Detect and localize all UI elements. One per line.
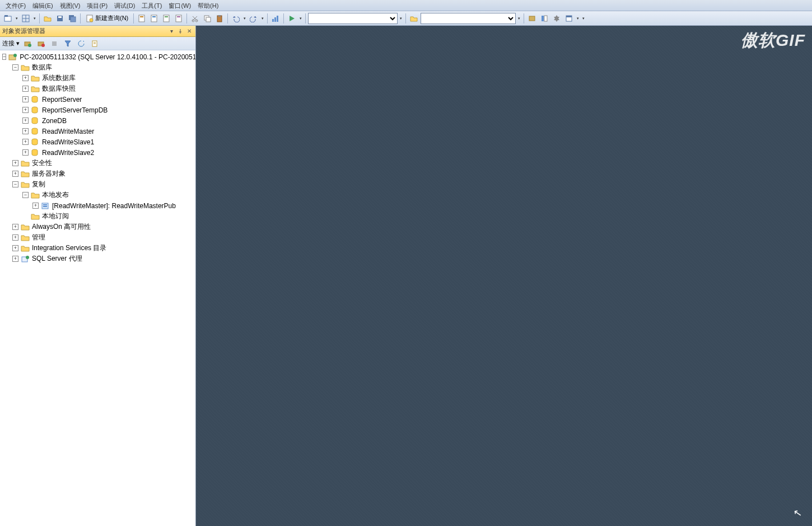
toolbar-overflow-icon[interactable]: ▾ bbox=[581, 16, 586, 21]
registered-servers-button[interactable] bbox=[526, 13, 538, 24]
copy-button[interactable] bbox=[202, 13, 213, 24]
dmx-query-button[interactable] bbox=[161, 13, 172, 24]
refresh-button[interactable] bbox=[76, 38, 87, 49]
agent-icon bbox=[21, 255, 30, 263]
tree-db-zonedb[interactable]: + ZoneDB bbox=[0, 115, 195, 126]
folder-icon bbox=[31, 74, 40, 82]
tree-database-snapshots[interactable]: + 数据库快照 bbox=[0, 83, 195, 94]
expand-icon[interactable]: + bbox=[12, 160, 18, 166]
save-button[interactable] bbox=[54, 13, 66, 24]
properties-button[interactable] bbox=[551, 13, 562, 24]
tree-db-reportservertemp[interactable]: + ReportServerTempDB bbox=[0, 105, 195, 115]
expand-icon[interactable]: + bbox=[12, 234, 18, 241]
separator bbox=[305, 13, 306, 24]
connect-dropdown[interactable]: 连接 ▾ bbox=[2, 39, 20, 48]
main-toolbar: ▾ ▾ 新建查询(N) ▾ ▾ ▾ ▾ ▾ ▾ ▾ bbox=[0, 11, 812, 26]
collapse-icon[interactable]: − bbox=[22, 192, 29, 198]
expand-icon[interactable]: + bbox=[12, 256, 18, 262]
chevron-down-icon[interactable]: ▾ bbox=[576, 16, 580, 21]
pin-icon[interactable] bbox=[176, 27, 184, 35]
solution-config-combo[interactable] bbox=[308, 13, 398, 24]
menu-file[interactable]: 文件(F) bbox=[2, 1, 29, 11]
tree-databases[interactable]: − 数据库 bbox=[0, 62, 195, 73]
new-query-button[interactable]: 新建查询(N) bbox=[83, 13, 131, 24]
tree-root[interactable]: − PC-202005111332 (SQL Server 12.0.4100.… bbox=[0, 51, 195, 62]
tree-integration[interactable]: + Integration Services 目录 bbox=[0, 243, 195, 253]
menu-tools[interactable]: 工具(T) bbox=[138, 1, 165, 11]
object-explorer-panel: 对象资源管理器 ▾ ✕ 连接 ▾ − PC-202005111332 (SQL … bbox=[0, 26, 196, 526]
svg-rect-17 bbox=[176, 15, 181, 22]
undo-button[interactable] bbox=[230, 13, 241, 24]
redo-button[interactable] bbox=[248, 13, 259, 24]
stop-button[interactable] bbox=[49, 38, 60, 49]
expand-icon[interactable]: + bbox=[22, 107, 29, 113]
expand-icon[interactable]: + bbox=[22, 139, 29, 145]
collapse-icon[interactable]: − bbox=[12, 64, 18, 71]
tree-db-readwriteslave1[interactable]: + ReadWriteSlave1 bbox=[0, 137, 195, 147]
chevron-down-icon[interactable]: ▾ bbox=[260, 16, 265, 21]
tree-db-reportserver[interactable]: + ReportServer bbox=[0, 94, 195, 105]
grid-button[interactable] bbox=[20, 13, 31, 24]
tree-server-objects[interactable]: + 服务器对象 bbox=[0, 168, 195, 179]
tree-db-readwriteslave2[interactable]: + ReadWriteSlave2 bbox=[0, 147, 195, 158]
expand-icon[interactable]: + bbox=[22, 118, 29, 124]
window-position-icon[interactable]: ▾ bbox=[167, 27, 175, 35]
expand-icon[interactable]: + bbox=[12, 171, 18, 177]
tree-local-publications[interactable]: − 本地发布 bbox=[0, 190, 195, 200]
tree-management[interactable]: + 管理 bbox=[0, 232, 195, 243]
menu-edit[interactable]: 编辑(E) bbox=[29, 1, 57, 11]
debug-start-button[interactable] bbox=[286, 13, 297, 24]
expand-icon[interactable]: + bbox=[22, 128, 29, 134]
template-browser-button[interactable] bbox=[563, 13, 575, 24]
disconnect-button[interactable] bbox=[35, 38, 46, 49]
connect-button[interactable] bbox=[22, 38, 33, 49]
paste-button[interactable] bbox=[214, 13, 225, 24]
folder-icon bbox=[31, 191, 40, 199]
expand-icon[interactable]: + bbox=[22, 96, 29, 102]
object-explorer-button[interactable] bbox=[539, 13, 550, 24]
menu-view[interactable]: 视图(V) bbox=[57, 1, 84, 11]
find-combo[interactable] bbox=[421, 13, 516, 24]
separator bbox=[186, 13, 187, 24]
tree-db-readwritemaster[interactable]: + ReadWriteMaster bbox=[0, 126, 195, 137]
expand-icon[interactable]: + bbox=[22, 75, 29, 81]
expand-icon[interactable]: + bbox=[12, 224, 18, 230]
tree-security[interactable]: + 安全性 bbox=[0, 158, 195, 168]
separator bbox=[267, 13, 268, 24]
tree-replication[interactable]: − 复制 bbox=[0, 179, 195, 190]
xmla-query-button[interactable] bbox=[173, 13, 184, 24]
folder-icon bbox=[21, 159, 30, 167]
menu-debug[interactable]: 调试(D) bbox=[111, 1, 138, 11]
filter-button[interactable] bbox=[62, 38, 73, 49]
menu-window[interactable]: 窗口(W) bbox=[165, 1, 194, 11]
db-engine-query-button[interactable] bbox=[136, 13, 147, 24]
tree-alwayson[interactable]: + AlwaysOn 高可用性 bbox=[0, 222, 195, 232]
expand-icon[interactable]: + bbox=[22, 86, 29, 92]
open-button[interactable] bbox=[42, 13, 53, 24]
chevron-down-icon[interactable]: ▾ bbox=[32, 16, 37, 21]
tree-system-databases[interactable]: + 系统数据库 bbox=[0, 73, 195, 83]
separator bbox=[524, 13, 524, 24]
menu-help[interactable]: 帮助(H) bbox=[194, 1, 222, 11]
save-all-button[interactable] bbox=[67, 13, 78, 24]
expand-icon[interactable]: + bbox=[32, 203, 39, 209]
new-project-button[interactable] bbox=[2, 13, 13, 24]
chevron-down-icon[interactable]: ▾ bbox=[15, 16, 19, 21]
as-query-button[interactable] bbox=[148, 13, 160, 24]
collapse-icon[interactable]: − bbox=[2, 54, 6, 60]
chevron-down-icon[interactable]: ▾ bbox=[242, 16, 247, 21]
close-icon[interactable]: ✕ bbox=[185, 27, 193, 35]
expand-icon[interactable]: + bbox=[22, 149, 29, 156]
menu-project[interactable]: 项目(P) bbox=[83, 1, 111, 11]
activity-button[interactable] bbox=[270, 13, 281, 24]
cut-button[interactable] bbox=[189, 13, 200, 24]
tree-sql-server-agent[interactable]: + SQL Server 代理 bbox=[0, 253, 195, 264]
main-area: 对象资源管理器 ▾ ✕ 连接 ▾ − PC-202005111332 (SQL … bbox=[0, 26, 812, 526]
tree-local-subscriptions[interactable]: 本地订阅 bbox=[0, 211, 195, 222]
find-button[interactable] bbox=[408, 13, 419, 24]
script-button[interactable] bbox=[89, 38, 100, 49]
tree-publication-item[interactable]: + [ReadWriteMaster]: ReadWriteMasterPub bbox=[0, 200, 195, 211]
chevron-down-icon[interactable]: ▾ bbox=[298, 16, 303, 21]
collapse-icon[interactable]: − bbox=[12, 181, 18, 187]
expand-icon[interactable]: + bbox=[12, 245, 18, 251]
